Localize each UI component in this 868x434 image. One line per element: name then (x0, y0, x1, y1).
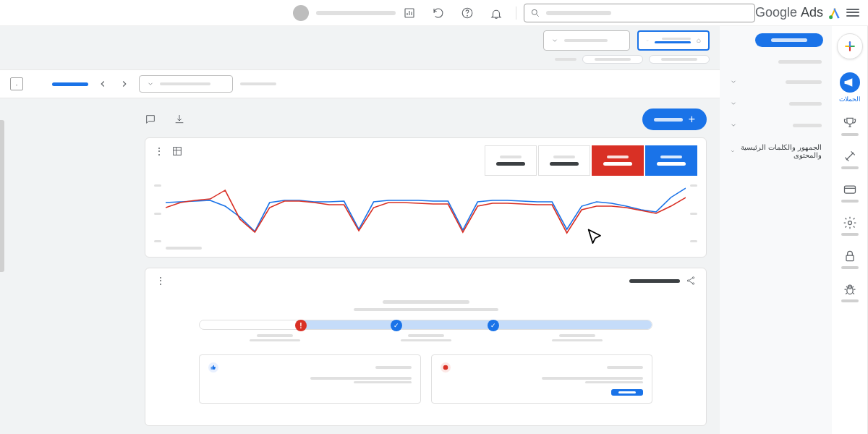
card-menu-icon[interactable]: ⋮ (156, 276, 166, 286)
filter-chip-1[interactable] (582, 55, 643, 64)
thumbs-up-icon (208, 362, 218, 373)
filter-dropdown-1[interactable] (543, 30, 630, 51)
rail-admin[interactable] (832, 216, 867, 236)
chevron-down-icon (730, 78, 737, 85)
sidebar-section-label: الجمهور والكلمات الرئيسية والمحتوى (736, 143, 822, 159)
progress-marker-check-1: ✓ (391, 320, 402, 331)
app-header: Google Ads (0, 0, 868, 26)
sidebar-item-2[interactable] (720, 71, 832, 93)
prev-button[interactable] (95, 77, 110, 91)
reports-icon[interactable] (403, 7, 416, 20)
metric-tab-4[interactable] (645, 145, 697, 176)
megaphone-icon (843, 75, 857, 90)
create-button[interactable] (837, 33, 863, 59)
chevron-down-icon (730, 122, 737, 129)
svg-point-11 (692, 277, 694, 278)
hamburger-icon[interactable] (846, 7, 859, 20)
action-row: + (145, 109, 707, 130)
recommendation-box-2[interactable] (431, 354, 653, 404)
svg-point-0 (829, 15, 833, 19)
active-tab-indicator[interactable] (52, 82, 88, 86)
sidebar-primary-button[interactable] (755, 33, 823, 47)
metric-tab-3[interactable] (592, 145, 644, 176)
chevron-down-icon (147, 80, 154, 88)
header-icon-group (403, 7, 516, 20)
download-icon[interactable] (174, 114, 185, 125)
metric-tab-1[interactable] (485, 145, 537, 176)
top-toolbar (0, 26, 720, 55)
progress-labels (199, 334, 652, 341)
sidebar-section-audiences[interactable]: الجمهور والكلمات الرئيسية والمحتوى (720, 136, 832, 162)
rail-security[interactable] (832, 249, 867, 269)
view-dropdown[interactable] (139, 75, 233, 93)
sub-toolbar (0, 69, 720, 98)
bug-icon (843, 282, 857, 297)
svg-rect-5 (844, 186, 855, 193)
sidebar-item-4[interactable] (720, 114, 832, 136)
secondary-sidebar: الجمهور والكلمات الرئيسية والمحتوى (720, 26, 832, 434)
recommendation-action-button[interactable] (611, 389, 643, 396)
main-content: + ⋮ (0, 26, 720, 434)
toolbar-label (240, 82, 276, 85)
rail-goals[interactable] (832, 116, 867, 136)
rail-campaigns[interactable]: الحملات (832, 72, 867, 103)
svg-rect-7 (846, 255, 854, 261)
trophy-icon (843, 116, 857, 130)
recommendation-box-1[interactable] (199, 354, 421, 404)
svg-point-14 (443, 365, 448, 370)
logo-section: Google Ads (755, 5, 859, 20)
chip-row (0, 55, 720, 69)
chevron-down-icon (730, 148, 736, 155)
next-button[interactable] (117, 77, 132, 91)
table-icon[interactable] (171, 145, 183, 157)
filter-dropdown-home[interactable] (637, 30, 710, 51)
search-box[interactable] (524, 4, 755, 22)
rail-tools[interactable] (832, 149, 867, 169)
progress-marker-check-2: ✓ (488, 320, 499, 331)
search-icon (530, 8, 540, 18)
card-menu-icon[interactable]: ⋮ (154, 146, 164, 156)
sidebar-item-1[interactable] (720, 53, 832, 71)
lock-icon (843, 249, 857, 263)
metric-tab-2[interactable] (538, 145, 590, 176)
sidebar-item-3[interactable] (720, 93, 832, 114)
brand-text: Google Ads (755, 5, 823, 20)
svg-point-8 (846, 287, 852, 294)
share-icon[interactable] (686, 276, 696, 286)
card-title (629, 279, 680, 283)
home-icon (697, 35, 701, 46)
score-progress-bar: ! ✓ ✓ (199, 320, 652, 330)
svg-point-12 (687, 280, 689, 281)
add-button[interactable]: + (642, 109, 707, 130)
refresh-icon[interactable] (432, 7, 445, 20)
tools-icon (843, 149, 857, 163)
chevron-down-icon (730, 100, 737, 107)
svg-rect-10 (174, 148, 182, 156)
user-avatar[interactable] (293, 5, 309, 21)
chevron-down-icon (646, 37, 649, 44)
account-name-placeholder (316, 11, 396, 15)
svg-point-2 (467, 15, 468, 16)
warning-badge-icon (441, 362, 451, 373)
comment-icon[interactable] (145, 114, 156, 125)
card-icon (843, 182, 857, 197)
filter-chip-2[interactable] (649, 55, 710, 64)
rail-bug[interactable] (832, 282, 867, 302)
y-axis-left (154, 184, 161, 242)
plus-icon (843, 39, 857, 54)
gear-icon (843, 216, 857, 230)
rail-campaigns-label: الحملات (839, 95, 861, 103)
x-axis (154, 242, 697, 250)
svg-point-6 (848, 221, 851, 225)
progress-marker-warning: ! (295, 320, 307, 331)
nav-rail: الحملات (832, 26, 868, 434)
rail-billing[interactable] (832, 182, 867, 203)
bell-icon[interactable] (490, 7, 503, 20)
optimization-score-card: ⋮ ! ✓ ✓ (145, 268, 707, 426)
collapse-handle[interactable] (0, 120, 4, 272)
help-icon[interactable] (461, 7, 474, 20)
y-axis-right (690, 184, 697, 242)
note-icon[interactable] (10, 77, 23, 90)
search-placeholder (546, 11, 611, 15)
chevron-down-icon (551, 37, 558, 44)
